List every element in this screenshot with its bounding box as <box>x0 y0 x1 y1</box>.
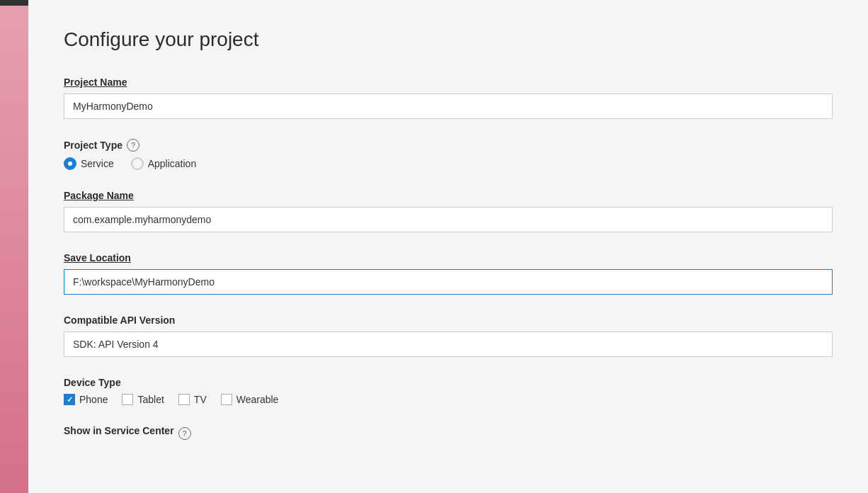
save-location-section: Save Location <box>64 252 833 295</box>
project-name-input[interactable] <box>64 94 833 119</box>
checkbox-tv-label: TV <box>194 394 207 405</box>
package-name-section: Package Name <box>64 190 833 232</box>
radio-service-circle <box>64 157 76 170</box>
main-content: Configure your project Project Name Proj… <box>28 0 868 493</box>
checkbox-wearable[interactable]: Wearable <box>221 394 279 405</box>
save-location-label: Save Location <box>64 252 833 264</box>
checkbox-tv-box <box>178 394 190 405</box>
radio-application-circle <box>131 157 144 170</box>
radio-application-label: Application <box>148 158 197 169</box>
checkbox-phone[interactable]: Phone <box>64 394 108 405</box>
compatible-api-label: Compatible API Version <box>64 314 833 326</box>
device-type-checkbox-group: Phone Tablet TV Wearable <box>64 394 833 405</box>
checkbox-wearable-label: Wearable <box>236 394 279 405</box>
radio-service-label: Service <box>81 158 114 169</box>
show-in-service-label: Show in Service Center <box>64 425 174 436</box>
radio-service[interactable]: Service <box>64 157 114 170</box>
sidebar-top-bar <box>0 0 28 6</box>
project-name-label: Project Name <box>64 76 833 88</box>
compatible-api-input[interactable] <box>64 332 833 357</box>
project-type-radio-group: Service Application <box>64 157 833 170</box>
project-type-help-icon[interactable]: ? <box>127 139 139 152</box>
package-name-input[interactable] <box>64 207 833 232</box>
radio-application[interactable]: Application <box>131 157 197 170</box>
device-type-label: Device Type <box>64 377 833 388</box>
show-in-service-help-icon[interactable]: ? <box>178 427 191 440</box>
compatible-api-section: Compatible API Version <box>64 314 833 357</box>
checkbox-tablet-box <box>122 394 133 405</box>
project-type-label: Project Type ? <box>64 139 833 152</box>
show-in-service-section: Show in Service Center ? <box>64 425 833 442</box>
project-type-section: Project Type ? Service Application <box>64 139 833 170</box>
checkbox-phone-box <box>64 394 75 405</box>
page-title: Configure your project <box>64 28 833 51</box>
package-name-label: Package Name <box>64 190 833 201</box>
checkbox-tablet[interactable]: Tablet <box>122 394 164 405</box>
checkbox-wearable-box <box>221 394 232 405</box>
device-type-section: Device Type Phone Tablet TV Wearable <box>64 377 833 405</box>
checkbox-phone-label: Phone <box>79 394 108 405</box>
checkbox-tablet-label: Tablet <box>137 394 164 405</box>
save-location-input[interactable] <box>64 269 833 295</box>
show-in-service-row: Show in Service Center ? <box>64 425 833 442</box>
checkbox-tv[interactable]: TV <box>178 394 207 405</box>
project-name-section: Project Name <box>64 76 833 119</box>
sidebar <box>0 0 28 493</box>
